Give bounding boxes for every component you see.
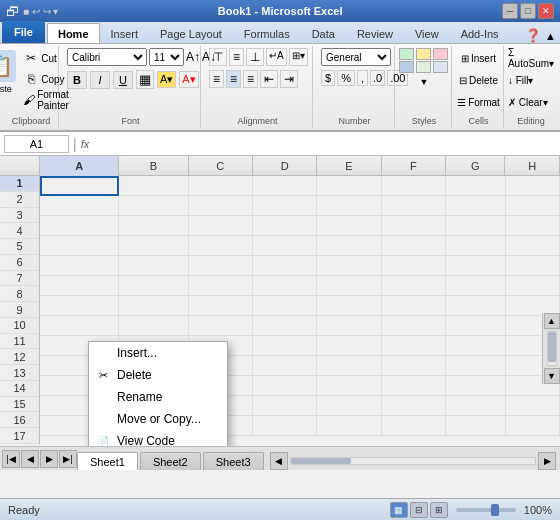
ctx-insert[interactable]: Insert... [89,342,227,364]
vscroll-track[interactable] [547,331,557,366]
wrap-text-icon[interactable]: ↵A [266,48,287,66]
merge-icon[interactable]: ⊞▾ [289,48,308,66]
row-header-2[interactable]: 2 [0,192,39,208]
col-header-c[interactable]: C [189,156,253,176]
row-header-4[interactable]: 4 [0,223,39,239]
cell-reference-input[interactable] [4,135,69,153]
row-header-10[interactable]: 10 [0,318,39,334]
hscroll-left-button[interactable]: ◀ [270,452,288,470]
currency-icon[interactable]: $ [321,70,335,86]
cell-b1[interactable] [119,176,188,196]
tab-view[interactable]: View [404,23,450,43]
col-header-a[interactable]: A [40,156,119,176]
sheet-tab-3[interactable]: Sheet3 [203,452,264,470]
sheet-scroll-next[interactable]: ▶ [40,450,58,468]
vertical-scrollbar[interactable]: ▲ ▼ [542,313,560,384]
row-header-8[interactable]: 8 [0,286,39,302]
ctx-move-copy[interactable]: Move or Copy... [89,408,227,430]
clear-button[interactable]: ✗ Clear▾ [505,92,551,112]
number-format-select[interactable]: General [321,48,391,66]
maximize-button[interactable]: □ [520,3,536,19]
align-middle-icon[interactable]: ≡ [229,48,244,66]
row-header-9[interactable]: 9 [0,302,39,318]
font-color-icon[interactable]: A▾ [179,71,198,88]
cell-d1[interactable] [253,176,317,196]
col-header-d[interactable]: D [253,156,317,176]
row-header-13[interactable]: 13 [0,365,39,381]
paste-button[interactable]: 📋 Paste [0,48,18,96]
fill-button[interactable]: ↓ Fill▾ [505,70,537,90]
tab-add-ins[interactable]: Add-Ins [450,23,510,43]
tab-data[interactable]: Data [301,23,346,43]
hscroll-thumb[interactable] [291,458,351,464]
row-header-7[interactable]: 7 [0,271,39,287]
border-icon[interactable]: ▦ [136,70,154,89]
delete-cells-button[interactable]: ⊟ Delete [456,70,501,90]
file-tab[interactable]: File [2,21,45,43]
sheet-scroll-last[interactable]: ▶| [59,450,77,468]
row-header-3[interactable]: 3 [0,208,39,224]
row-header-16[interactable]: 16 [0,412,39,428]
tab-formulas[interactable]: Formulas [233,23,301,43]
row-header-5[interactable]: 5 [0,239,39,255]
underline-button[interactable]: U [113,71,133,89]
cell-a1[interactable] [40,176,119,196]
help-icon[interactable]: ❓ [525,28,541,43]
vscroll-thumb[interactable] [548,332,556,362]
sheet-tab-1[interactable]: Sheet1 [77,452,138,470]
increase-font-icon[interactable]: A↑ [186,50,200,64]
zoom-slider[interactable] [456,508,516,512]
comma-icon[interactable]: , [357,70,368,86]
ctx-rename[interactable]: Rename [89,386,227,408]
align-top-icon[interactable]: ⊤ [209,48,227,66]
sheet-scroll-prev[interactable]: ◀ [21,450,39,468]
hscroll-track[interactable] [290,457,536,465]
italic-button[interactable]: I [90,71,110,89]
formula-input[interactable] [93,135,556,153]
indent-dec-icon[interactable]: ⇤ [260,70,278,88]
col-header-h[interactable]: H [505,156,559,176]
row-header-17[interactable]: 17 [0,428,39,444]
decimal-inc-icon[interactable]: .0 [370,70,385,86]
minimize-button[interactable]: ─ [502,3,518,19]
tab-home[interactable]: Home [47,23,100,43]
col-header-g[interactable]: G [446,156,505,176]
bold-button[interactable]: B [67,71,87,89]
cell-g1[interactable] [446,176,505,196]
percent-icon[interactable]: % [337,70,355,86]
align-right-icon[interactable]: ≡ [243,70,258,88]
close-button[interactable]: ✕ [538,3,554,19]
format-cells-button[interactable]: ☰ Format [454,92,503,112]
page-break-view-button[interactable]: ⊞ [430,502,448,518]
normal-view-button[interactable]: ▦ [390,502,408,518]
ctx-delete[interactable]: ✂ Delete [89,364,227,386]
zoom-thumb[interactable] [491,504,499,516]
row-header-14[interactable]: 14 [0,381,39,397]
page-layout-view-button[interactable]: ⊟ [410,502,428,518]
row-header-1[interactable]: 1 [0,176,39,192]
ribbon-collapse-icon[interactable]: ▲ [545,30,556,42]
font-family-select[interactable]: Calibri [67,48,147,66]
tab-insert[interactable]: Insert [100,23,150,43]
fill-color-icon[interactable]: A▾ [157,71,176,88]
cell-c1[interactable] [189,176,253,196]
col-header-e[interactable]: E [317,156,381,176]
col-header-b[interactable]: B [119,156,188,176]
cell-h1[interactable] [506,176,560,196]
tab-page-layout[interactable]: Page Layout [149,23,233,43]
tab-review[interactable]: Review [346,23,404,43]
row-header-6[interactable]: 6 [0,255,39,271]
row-header-11[interactable]: 11 [0,334,39,350]
indent-inc-icon[interactable]: ⇥ [280,70,298,88]
vscroll-up-button[interactable]: ▲ [544,313,560,329]
ctx-view-code[interactable]: 📄 View Code [89,430,227,446]
vscroll-down-button[interactable]: ▼ [544,368,560,384]
autosum-button[interactable]: Σ AutoSum▾ [505,48,557,68]
font-size-select[interactable]: 11 [149,48,184,66]
align-center-icon[interactable]: ≡ [226,70,241,88]
row-header-12[interactable]: 12 [0,349,39,365]
row-header-15[interactable]: 15 [0,397,39,413]
sheet-tab-2[interactable]: Sheet2 [140,452,201,470]
styles-expand-icon[interactable]: ▼ [420,77,429,87]
sheet-scroll-first[interactable]: |◀ [2,450,20,468]
